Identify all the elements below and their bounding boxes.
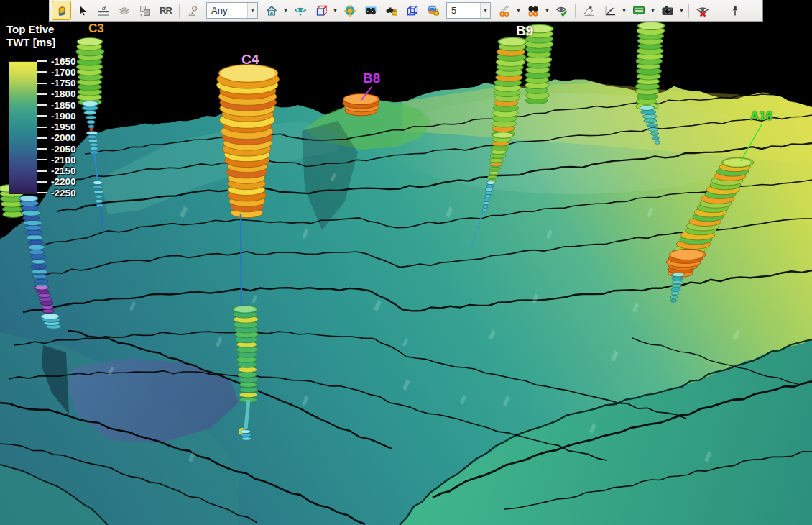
binoculars-search-dropdown[interactable]: ▼	[544, 1, 550, 19]
transform-objects-icon	[139, 4, 152, 17]
colorbar-tick: -1950	[37, 122, 76, 132]
count-value: 5	[447, 5, 480, 16]
pin-button[interactable]	[725, 1, 744, 20]
home-view-icon	[265, 4, 278, 17]
center-target-icon	[343, 4, 356, 17]
camera-snapshot-dropdown[interactable]: ▼	[678, 1, 685, 19]
hide-eye-icon	[696, 4, 709, 17]
any-filter-select[interactable]: Any ▼	[206, 2, 258, 19]
pan-hand-button[interactable]	[52, 1, 71, 20]
toolbar-separator	[179, 4, 180, 18]
measure-distance-icon: d	[97, 4, 110, 17]
colorbar-tick: -1750	[37, 78, 76, 88]
seismic-surface	[0, 79, 812, 525]
center-target-button[interactable]	[340, 1, 359, 20]
pan-hand-icon	[55, 4, 68, 17]
axes-plot-button[interactable]	[600, 1, 619, 20]
transform-objects-button[interactable]	[135, 1, 154, 20]
rr-annotation-button[interactable]: RR	[156, 1, 175, 20]
colorbar-tick: -1800	[37, 89, 76, 99]
select-arrow-button[interactable]	[73, 1, 92, 20]
any-filter-caret-icon[interactable]: ▼	[247, 3, 257, 18]
binoculars-search-button[interactable]	[523, 1, 543, 20]
colorbar-tick: -2250	[37, 188, 76, 198]
bounding-box-cube-icon	[315, 4, 328, 17]
colorbar-tick: -1700	[37, 67, 76, 77]
layers-icon	[118, 4, 131, 17]
well-b8[interactable]	[343, 93, 379, 115]
svg-text:d: d	[102, 4, 106, 11]
globe-locked-button[interactable]	[423, 1, 443, 20]
axes-plot-icon	[604, 4, 617, 17]
any-filter-value: Any	[207, 5, 247, 16]
well-label-c3[interactable]: C3	[88, 22, 104, 36]
ink-eraser-icon	[583, 4, 596, 17]
binoculars-locked-button[interactable]	[382, 1, 401, 20]
ink-eraser-button[interactable]	[579, 1, 599, 20]
3d-viewport[interactable]	[0, 0, 812, 525]
main-toolbar: d RR	[49, 0, 763, 22]
camera-snapshot-icon	[661, 4, 674, 17]
visibility-eye-icon	[294, 4, 307, 17]
well-label-b8[interactable]: B8	[363, 70, 380, 86]
legend-unit-label: TWT [ms]	[6, 36, 55, 48]
colorbar	[9, 61, 37, 194]
colorbar-tick: -2100	[37, 155, 76, 165]
toolbar-separator	[575, 4, 576, 18]
well-filter-dropdown[interactable]: ▼	[515, 1, 522, 19]
binoculars-view-button[interactable]	[361, 1, 380, 20]
colorbar-tick: -1900	[37, 111, 76, 121]
well-label-c4[interactable]: C4	[241, 52, 259, 68]
comment-annotation-icon	[632, 4, 645, 17]
visibility-eye-button[interactable]	[290, 1, 310, 20]
well-filter-glasses-button[interactable]	[494, 1, 514, 20]
axes-plot-dropdown[interactable]: ▼	[621, 1, 627, 19]
count-select[interactable]: 5 ▼	[446, 2, 491, 19]
well-label-a16[interactable]: A16	[750, 109, 772, 124]
toolbar-separator	[688, 4, 689, 18]
layers-button[interactable]	[114, 1, 134, 20]
comment-annotation-button[interactable]	[629, 1, 648, 20]
binoculars-locked-icon	[385, 4, 398, 17]
measure-distance-button[interactable]: d	[93, 1, 113, 20]
eye-approve-button[interactable]	[552, 1, 571, 20]
camera-snapshot-button[interactable]	[658, 1, 677, 20]
bounding-box-cube-button[interactable]	[311, 1, 331, 20]
colorbar-tick: -2150	[37, 166, 76, 176]
bounding-box-dropdown[interactable]: ▼	[332, 1, 338, 19]
well-label-b9[interactable]: B9	[516, 23, 533, 39]
colorbar-tick: -1650	[37, 56, 76, 66]
application-window: C3 C4 B8 B9 A16 Top Etive TWT [ms] -1650…	[0, 0, 812, 525]
colorbar-tick: -2000	[37, 133, 76, 143]
pin-icon	[729, 4, 742, 17]
colorbar-tick: -2050	[37, 144, 76, 154]
select-arrow-icon	[76, 4, 89, 17]
hide-eye-button[interactable]	[693, 1, 712, 20]
wireframe-cube-icon	[406, 4, 419, 17]
count-caret-icon[interactable]: ▼	[480, 3, 490, 18]
wireframe-cube-button[interactable]	[402, 1, 422, 20]
lamp-light-button[interactable]	[183, 1, 203, 20]
home-view-dropdown[interactable]: ▼	[282, 1, 289, 19]
well-filter-glasses-icon	[498, 4, 511, 17]
colorbar-tick: -1850	[37, 100, 76, 110]
colorbar-tick: -2200	[37, 177, 76, 187]
globe-locked-icon	[427, 4, 440, 17]
comment-annotation-dropdown[interactable]: ▼	[650, 1, 656, 19]
home-view-button[interactable]	[262, 1, 281, 20]
lamp-light-icon	[187, 4, 200, 17]
rr-annotation-label: RR	[160, 5, 172, 16]
binoculars-view-icon	[364, 4, 377, 17]
legend-title: Top Etive	[6, 23, 54, 35]
eye-approve-icon	[555, 4, 568, 17]
binoculars-search-icon	[527, 4, 540, 17]
